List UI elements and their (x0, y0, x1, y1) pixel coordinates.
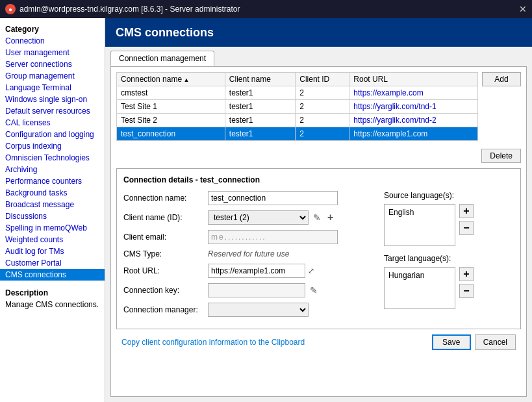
open-url-icon[interactable]: ⤢ (308, 266, 314, 275)
connection-manager-select[interactable] (208, 303, 309, 317)
save-button[interactable]: Save (432, 334, 471, 350)
cms-type-label: CMS Type: (123, 249, 208, 258)
clipboard-link[interactable]: Copy client configuration information to… (121, 338, 305, 347)
sidebar-item-background-tasks[interactable]: Background tasks (0, 187, 105, 199)
target-lang-label: Target language(s): (384, 254, 514, 263)
sidebar-item-group-management[interactable]: Group management (0, 70, 105, 82)
sidebar-item-customer-portal[interactable]: Customer Portal (0, 257, 105, 269)
action-buttons: Save Cancel (432, 334, 516, 350)
client-name-wrapper: tester1 (2) ✎ + (208, 210, 335, 225)
client-name-select[interactable]: tester1 (2) (208, 210, 309, 225)
sidebar-item-archiving[interactable]: Archiving (0, 164, 105, 175)
add-client-icon[interactable]: + (325, 212, 335, 223)
clipboard-row: Copy client configuration information to… (116, 329, 521, 353)
add-target-lang-button[interactable]: + (459, 267, 474, 281)
connection-manager-row: Connection manager: (123, 303, 371, 317)
delete-button[interactable]: Delete (481, 149, 521, 163)
sidebar-item-cms-connections[interactable]: CMS connections (0, 269, 105, 281)
table-row[interactable]: Test Site 1tester12https://yarglik.com/t… (117, 100, 478, 114)
connection-name-row: Connection name: (123, 191, 371, 205)
sidebar-item-server-connections[interactable]: Server connections (0, 58, 105, 70)
client-email-row: Client email: (123, 230, 371, 244)
add-button[interactable]: Add (482, 72, 521, 86)
sidebar-item-omniscien[interactable]: Omniscien Technologies (0, 152, 105, 164)
source-lang-buttons: + − (459, 204, 474, 235)
sidebar-category-title: Category (0, 22, 105, 35)
client-email-label: Client email: (123, 232, 208, 242)
connections-table: Connection nameClient nameClient IDRoot … (116, 72, 478, 141)
sidebar-item-broadcast-message[interactable]: Broadcast message (0, 199, 105, 210)
client-name-row: Client name (ID): tester1 (2) ✎ + (123, 210, 371, 225)
sidebar-item-audit-log[interactable]: Audit log for TMs (0, 245, 105, 257)
remove-target-lang-button[interactable]: − (459, 284, 474, 298)
details-body: Connection name: Client name (ID): teste… (123, 191, 514, 322)
tab-bar: Connection management (105, 47, 532, 66)
details-right: Source language(s): English + − (384, 191, 514, 322)
connection-name-label: Connection name: (123, 194, 208, 203)
client-email-input[interactable] (208, 230, 338, 244)
details-title: Connection details - test_connection (123, 175, 514, 184)
root-url-wrapper: ⤢ (208, 264, 314, 278)
sidebar-item-corpus-indexing[interactable]: Corpus indexing (0, 140, 105, 152)
sidebar-item-config-logging[interactable]: Configuration and logging (0, 129, 105, 140)
target-lang-list[interactable]: Hungarian (384, 267, 455, 309)
target-lang-item: Hungarian (387, 270, 452, 281)
source-lang-panel: English + − (384, 204, 514, 246)
table-area: Connection nameClient nameClient IDRoot … (116, 72, 521, 146)
sidebar-item-connection[interactable]: Connection (0, 35, 105, 47)
sidebar-item-default-server-resources[interactable]: Default server resources (0, 105, 105, 117)
edit-client-icon[interactable]: ✎ (311, 212, 323, 223)
root-url-input[interactable] (208, 264, 305, 278)
sidebar-item-spelling[interactable]: Spelling in memoQWeb (0, 222, 105, 234)
delete-row: Delete (116, 149, 521, 163)
content-header-title: CMS connections (116, 26, 214, 40)
cms-type-value: Reserved for future use (208, 249, 289, 258)
source-lang-label: Source language(s): (384, 191, 514, 200)
titlebar: ● admin@wordpress-tnd.kilgray.com [8.6.3… (0, 0, 532, 18)
cancel-button[interactable]: Cancel (475, 334, 516, 350)
root-url-label: Root URL: (123, 266, 208, 275)
details-left: Connection name: Client name (ID): teste… (123, 191, 371, 322)
target-lang-buttons: + − (459, 267, 474, 298)
sidebar-item-cal-licenses[interactable]: CAL licenses (0, 117, 105, 129)
sidebar-item-performance-counters[interactable]: Performance counters (0, 175, 105, 187)
client-name-label: Client name (ID): (123, 213, 208, 222)
add-source-lang-button[interactable]: + (459, 204, 474, 218)
target-lang-panel: Hungarian + − (384, 267, 514, 309)
connection-key-row: Connection key: ✎ (123, 283, 371, 297)
content-area: CMS connections Connection management Co… (105, 18, 532, 402)
connection-name-input[interactable] (208, 191, 338, 205)
app-icon: ● (5, 4, 16, 14)
close-icon[interactable]: ✕ (519, 4, 527, 14)
table-buttons: Add (482, 72, 521, 86)
remove-source-lang-button[interactable]: − (459, 221, 474, 235)
main-container: Category ConnectionUser managementServer… (0, 18, 532, 402)
sidebar-description: Description Manage CMS connections. (0, 288, 105, 309)
connection-manager-label: Connection manager: (123, 305, 208, 314)
root-url-row: Root URL: ⤢ (123, 264, 371, 278)
tab-connection-management[interactable]: Connection management (110, 51, 214, 66)
sidebar-item-weighted-counts[interactable]: Weighted counts (0, 234, 105, 245)
table-row[interactable]: cmstesttester12https://example.com (117, 86, 478, 100)
source-lang-item: English (387, 207, 452, 218)
sidebar-item-discussions[interactable]: Discussions (0, 210, 105, 222)
sidebar-item-windows-sso[interactable]: Windows single sign-on (0, 94, 105, 105)
source-lang-list[interactable]: English (384, 204, 455, 246)
table-wrapper: Connection nameClient nameClient IDRoot … (116, 72, 478, 146)
sidebar-item-language-terminal[interactable]: Language Terminal (0, 82, 105, 94)
edit-key-icon[interactable]: ✎ (308, 285, 320, 295)
connection-key-label: Connection key: (123, 286, 208, 295)
sidebar-item-user-management[interactable]: User management (0, 47, 105, 58)
connection-key-input[interactable] (208, 283, 305, 297)
table-row[interactable]: test_connectiontester12https://example1.… (117, 127, 478, 141)
cms-type-row: CMS Type: Reserved for future use (123, 249, 371, 258)
sidebar: Category ConnectionUser managementServer… (0, 18, 105, 402)
connection-key-wrapper: ✎ (208, 283, 320, 297)
table-row[interactable]: Test Site 2tester12https://yarglik.com/t… (117, 114, 478, 127)
source-lang-section: Source language(s): English + − (384, 191, 514, 246)
sidebar-description-title: Description (5, 288, 99, 297)
target-lang-section: Target language(s): Hungarian + − (384, 254, 514, 309)
content-header: CMS connections (105, 18, 532, 47)
titlebar-title: admin@wordpress-tnd.kilgray.com [8.6.3] … (19, 5, 240, 14)
content-panel: Connection nameClient nameClient IDRoot … (110, 66, 527, 397)
